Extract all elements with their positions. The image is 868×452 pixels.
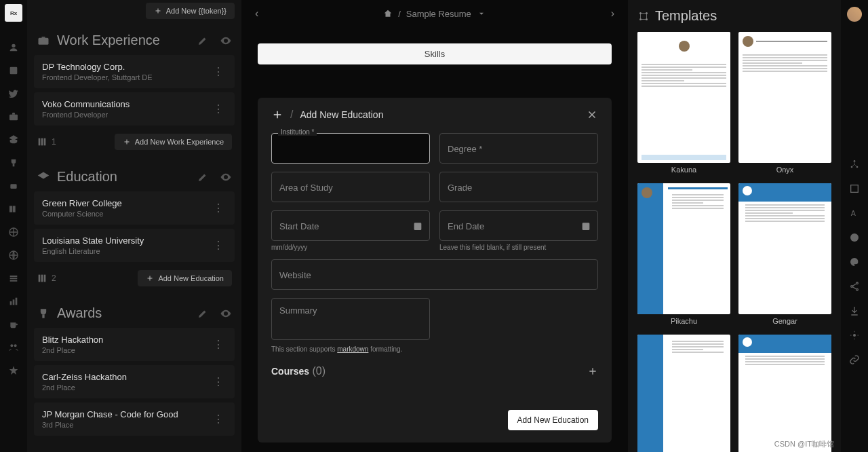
svg-point-43 [853,334,856,337]
prev-arrow-icon[interactable]: ‹ [250,5,264,22]
home-icon [383,9,393,18]
start-date-field[interactable]: Start Date [271,210,430,241]
svg-rect-2 [9,115,18,121]
chevron-down-icon [477,9,486,18]
website-field[interactable]: Website [271,259,598,290]
svg-rect-21 [42,314,44,318]
next-arrow-icon[interactable]: › [606,5,620,22]
svg-rect-9 [10,301,12,305]
education-item[interactable]: Green River CollegeComputer Science ⋮ [34,191,235,225]
briefcase-icon[interactable] [7,110,20,124]
svg-point-30 [639,12,642,14]
item-menu-icon[interactable]: ⋮ [210,373,226,391]
svg-point-39 [850,233,859,242]
twitter-icon[interactable] [7,87,20,100]
columns-indicator[interactable]: 2 [37,273,56,284]
institution-field[interactable]: Institution * [271,133,430,164]
settings-icon[interactable] [849,330,860,343]
item-menu-icon[interactable]: ⋮ [210,62,226,81]
add-work-button[interactable]: Add New Work Experience [115,134,232,150]
coffee-icon[interactable] [7,318,20,331]
item-menu-icon[interactable]: ⋮ [210,100,226,118]
svg-point-42 [856,288,859,290]
add-new-token-button[interactable]: Add New {{token}} [146,3,235,19]
calendar-icon[interactable] [580,221,591,231]
template-item[interactable] [738,335,831,452]
summary-field[interactable]: Summary [271,298,430,343]
education-item[interactable]: Louisiana State UniversityEnglish Litera… [34,229,235,262]
library-icon[interactable] [7,202,20,216]
visibility-icon[interactable] [220,307,232,320]
share-icon[interactable] [849,281,860,295]
grid-icon[interactable] [849,183,860,197]
markdown-link[interactable]: markdown [337,345,368,353]
globe-icon[interactable] [7,248,20,262]
profile-icon[interactable] [7,41,20,54]
trophy-icon[interactable] [7,156,20,170]
area-field[interactable]: Area of Study [271,172,430,202]
visibility-icon[interactable] [220,35,232,47]
item-menu-icon[interactable]: ⋮ [210,410,226,428]
graduation-icon [37,170,50,184]
compass-icon[interactable] [7,225,20,239]
item-menu-icon[interactable]: ⋮ [210,199,226,217]
chart-icon[interactable] [7,295,20,308]
svg-rect-3 [13,164,15,166]
submit-education-button[interactable]: Add New Education [508,410,598,430]
svg-text:A: A [851,209,856,217]
close-icon[interactable] [586,109,598,121]
star-icon[interactable] [7,364,20,377]
svg-rect-14 [39,37,49,44]
education-icon[interactable] [7,133,20,147]
svg-rect-18 [39,275,41,282]
visibility-icon[interactable] [220,171,232,183]
stack-icon[interactable] [7,271,20,285]
education-modal: / Add New Education Institution * Degree… [258,98,612,442]
edit-icon[interactable] [197,171,209,183]
svg-rect-37 [851,185,859,193]
book-icon[interactable] [7,64,20,77]
theme-icon[interactable] [849,257,860,270]
plus-icon[interactable] [271,109,283,121]
svg-point-0 [12,44,15,48]
calendar-icon[interactable] [412,221,423,231]
palette-icon[interactable] [849,232,860,246]
app-logo[interactable]: Rx [5,4,22,22]
work-item[interactable]: Voko CommunicationsFrontend Developer ⋮ [34,92,235,126]
people-icon[interactable] [7,341,20,354]
template-onyx[interactable]: Onyx [738,32,831,174]
section-header-awards: Awards [34,299,235,328]
templates-icon [637,10,650,22]
item-menu-icon[interactable]: ⋮ [210,236,226,255]
svg-point-13 [14,344,17,347]
end-date-field[interactable]: End Date [439,210,598,241]
link-icon[interactable] [849,354,860,368]
item-menu-icon[interactable]: ⋮ [210,335,226,354]
award-item[interactable]: Carl-Zeiss Hackathon2nd Place ⋮ [34,365,235,398]
breadcrumb[interactable]: / Sample Resume [383,9,486,19]
structure-icon[interactable] [849,159,860,172]
grade-field[interactable]: Grade [439,172,598,202]
award-item[interactable]: JP Morgan Chase - Code for Good3rd Place… [34,402,235,436]
user-avatar[interactable] [847,7,862,22]
template-gengar[interactable]: Gengar [738,183,831,325]
template-pikachu[interactable]: Pikachu [637,183,730,325]
font-icon[interactable]: A [849,208,860,221]
add-course-icon[interactable] [587,366,598,377]
work-item[interactable]: DP Technology Corp.Frontend Developer, S… [34,55,235,88]
award-item[interactable]: Blitz Hackathon2nd Place ⋮ [34,328,235,361]
edit-icon[interactable] [197,307,209,320]
add-education-button[interactable]: Add New Education [138,270,232,286]
robot-icon[interactable] [7,179,20,193]
svg-rect-10 [13,299,15,305]
download-icon[interactable] [849,305,860,319]
columns-indicator[interactable]: 1 [37,136,56,147]
degree-field[interactable]: Degree * [439,133,598,164]
svg-rect-15 [39,138,41,146]
template-item[interactable] [637,335,730,452]
section-header-work: Work Experience [34,26,235,55]
template-kakuna[interactable]: Kakuna [637,32,730,174]
svg-rect-22 [414,223,422,230]
resume-preview: Skills [258,43,612,64]
edit-icon[interactable] [197,35,209,47]
